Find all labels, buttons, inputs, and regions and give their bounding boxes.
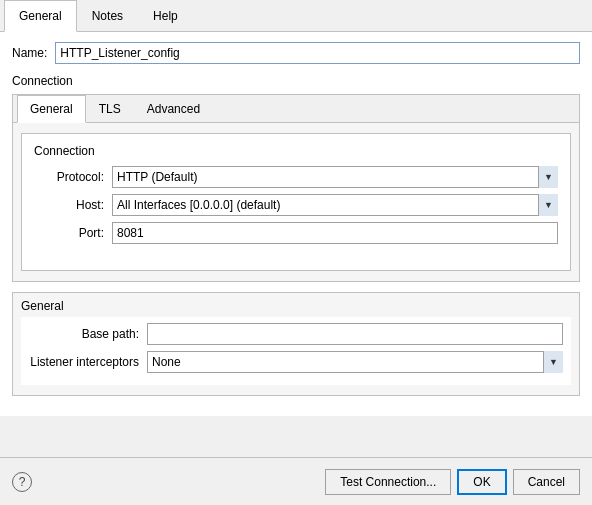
tab-help[interactable]: Help xyxy=(138,0,193,32)
inner-connection-box: Connection Protocol: HTTP (Default) ▼ Ho… xyxy=(21,133,571,271)
general-lower-section: General Base path: Listener interceptors… xyxy=(12,292,580,396)
connection-outer-box: General TLS Advanced Connection Protocol… xyxy=(12,94,580,282)
ok-button[interactable]: OK xyxy=(457,469,506,495)
inner-tab-tls[interactable]: TLS xyxy=(86,95,134,123)
general-inner-box: Base path: Listener interceptors None ▼ xyxy=(21,317,571,385)
bottom-bar: ? Test Connection... OK Cancel xyxy=(0,457,592,505)
base-path-label: Base path: xyxy=(29,327,139,341)
tab-general[interactable]: General xyxy=(4,0,77,32)
top-tab-bar: General Notes Help xyxy=(0,0,592,32)
listener-interceptors-select[interactable]: None xyxy=(147,351,563,373)
protocol-label: Protocol: xyxy=(34,170,104,184)
inner-connection-label: Connection xyxy=(34,144,558,158)
protocol-select-wrapper: HTTP (Default) ▼ xyxy=(112,166,558,188)
host-select[interactable]: All Interfaces [0.0.0.0] (default) xyxy=(112,194,558,216)
name-row: Name: xyxy=(12,42,580,64)
name-input[interactable] xyxy=(55,42,580,64)
tab-notes[interactable]: Notes xyxy=(77,0,138,32)
base-path-input[interactable] xyxy=(147,323,563,345)
base-path-row: Base path: xyxy=(29,323,563,345)
protocol-row: Protocol: HTTP (Default) ▼ xyxy=(34,166,558,188)
port-label: Port: xyxy=(34,226,104,240)
listener-interceptors-row: Listener interceptors None ▼ xyxy=(29,351,563,373)
port-input[interactable] xyxy=(112,222,558,244)
listener-interceptors-select-wrapper: None ▼ xyxy=(147,351,563,373)
host-select-wrapper: All Interfaces [0.0.0.0] (default) ▼ xyxy=(112,194,558,216)
inner-tab-general[interactable]: General xyxy=(17,95,86,123)
port-row: Port: xyxy=(34,222,558,244)
main-content: Name: Connection General TLS Advanced Co… xyxy=(0,32,592,416)
host-label: Host: xyxy=(34,198,104,212)
cancel-button[interactable]: Cancel xyxy=(513,469,580,495)
listener-interceptors-label: Listener interceptors xyxy=(29,355,139,369)
general-lower-label: General xyxy=(13,293,579,317)
inner-tab-advanced[interactable]: Advanced xyxy=(134,95,213,123)
name-label: Name: xyxy=(12,46,47,60)
help-icon[interactable]: ? xyxy=(12,472,32,492)
host-row: Host: All Interfaces [0.0.0.0] (default)… xyxy=(34,194,558,216)
test-connection-button[interactable]: Test Connection... xyxy=(325,469,451,495)
inner-tab-bar: General TLS Advanced xyxy=(13,95,579,123)
protocol-select[interactable]: HTTP (Default) xyxy=(112,166,558,188)
connection-section-label: Connection xyxy=(12,74,580,88)
